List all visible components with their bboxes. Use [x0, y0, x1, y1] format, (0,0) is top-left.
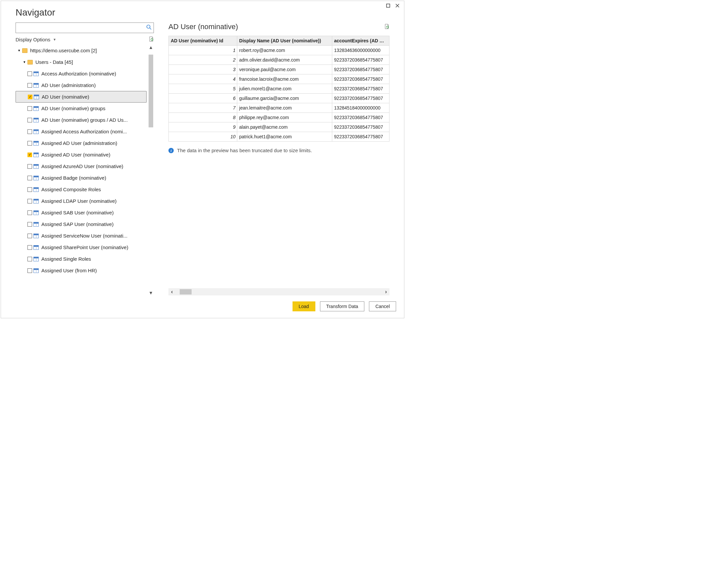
search-input[interactable] [18, 25, 146, 31]
scroll-thumb[interactable] [180, 289, 191, 294]
cell-id: 5 [169, 84, 237, 94]
tree-item[interactable]: ▾AD User (nominative) groups / AD Us... [16, 114, 147, 126]
tree-group[interactable]: ▾ Users - Data [45] [16, 56, 147, 68]
tree-item-label: Assigned SAP User (nominative) [41, 221, 113, 227]
table-row[interactable]: 8philippe.rey@acme.com922337203685477580… [169, 113, 389, 123]
table-row[interactable]: 7jean.lemaitre@acme.com13284518400000000… [169, 103, 389, 113]
table-icon [33, 187, 39, 192]
table-header-row: AD User (nominative) Id Display Name (AD… [169, 36, 389, 46]
table-row[interactable]: 10patrick.huet1@acme.com9223372036854775… [169, 132, 389, 141]
checkbox[interactable] [27, 176, 32, 180]
search-box[interactable] [16, 23, 154, 33]
checkbox[interactable] [27, 222, 32, 227]
checkbox[interactable] [27, 257, 32, 261]
checkbox[interactable] [27, 118, 32, 123]
tree-scrollbar[interactable]: ▲ ▼ [148, 45, 154, 295]
checkbox[interactable] [27, 268, 32, 273]
checkbox[interactable] [27, 210, 32, 215]
page-title: Navigator [1, 7, 404, 23]
table-icon [33, 106, 39, 111]
checkbox[interactable] [27, 83, 32, 88]
table-row[interactable]: 6guillaume.garcia@acme.com92233720368547… [169, 94, 389, 103]
tree-item[interactable]: ▾Assigned LDAP User (nominative) [16, 195, 147, 207]
checkbox[interactable] [27, 72, 32, 76]
cell-id: 3 [169, 65, 237, 74]
cancel-button[interactable]: Cancel [369, 301, 396, 311]
tree-item[interactable]: ▾Assigned ServiceNow User (nominati... [16, 230, 147, 241]
preview-table: AD User (nominative) Id Display Name (AD… [168, 36, 389, 141]
preview-h-scrollbar[interactable]: ‹ › [168, 288, 389, 295]
refresh-schema-icon[interactable] [149, 36, 154, 43]
tree-item[interactable]: ▾Assigned AzureAD User (nominative) [16, 160, 147, 172]
scroll-up-icon[interactable]: ▲ [148, 45, 154, 50]
table-row[interactable]: 4francoise.lacroix@acme.com9223372036854… [169, 74, 389, 84]
table-row[interactable]: 9alain.payet@acme.com9223372036854775807 [169, 123, 389, 132]
display-options-dropdown[interactable]: Display Options ▼ [16, 37, 56, 42]
checkbox[interactable]: ✓ [28, 95, 32, 99]
checkbox[interactable] [27, 187, 32, 192]
table-row[interactable]: 1robert.roy@acme.com132834636000000000 [169, 46, 389, 55]
tree-root[interactable]: ▾ https://demo.usercube.com [2] [16, 45, 147, 56]
checkbox[interactable] [27, 129, 32, 134]
tree[interactable]: ▾ https://demo.usercube.com [2] ▾ Users … [16, 45, 147, 295]
checkbox[interactable] [27, 245, 32, 250]
col-header-exp[interactable]: accountExpires (AD Use [332, 36, 389, 46]
scroll-left-icon[interactable]: ‹ [171, 289, 173, 295]
chevron-down-icon: ▼ [53, 38, 56, 41]
table-row[interactable]: 3veronique.paul@acme.com9223372036854775… [169, 65, 389, 74]
tree-item[interactable]: ▾✓AD User (nominative) [16, 91, 147, 103]
scroll-right-icon[interactable]: › [385, 289, 387, 295]
checkbox[interactable]: ✓ [27, 153, 32, 157]
tree-item-label: Assigned AzureAD User (nominative) [41, 163, 124, 169]
load-button[interactable]: Load [292, 301, 315, 311]
options-row: Display Options ▼ [16, 36, 154, 43]
tree-item[interactable]: ▾Assigned Badge (nominative) [16, 172, 147, 184]
tree-item[interactable]: ▾Assigned SharePoint User (nominative) [16, 241, 147, 253]
checkbox[interactable] [27, 106, 32, 111]
tree-item[interactable]: ▾Assigned User (from HR) [16, 265, 147, 276]
table-icon [33, 234, 39, 238]
scroll-thumb[interactable] [149, 55, 153, 127]
col-header-name[interactable]: Display Name (AD User (nominative)) [237, 36, 332, 46]
cell-expires: 9223372036854775807 [332, 123, 389, 132]
cell-id: 7 [169, 103, 237, 113]
transform-button[interactable]: Transform Data [320, 301, 365, 311]
cell-expires: 132834636000000000 [332, 46, 389, 55]
table-row[interactable]: 5julien.morel1@acme.com92233720368547758… [169, 84, 389, 94]
info-icon: i [168, 148, 174, 153]
tree-item[interactable]: ▾AD User (nominative) groups [16, 103, 147, 114]
tree-item[interactable]: ▾Access Authorization (nominative) [16, 68, 147, 79]
checkbox[interactable] [27, 141, 32, 146]
checkbox[interactable] [27, 199, 32, 204]
expand-icon[interactable]: ▾ [17, 48, 22, 53]
table-icon [33, 222, 39, 227]
checkbox[interactable] [27, 234, 32, 238]
checkbox[interactable] [27, 164, 32, 169]
col-header-id[interactable]: AD User (nominative) Id [169, 36, 237, 46]
refresh-preview-icon[interactable] [384, 24, 389, 30]
tree-item-label: Assigned AD User (administration) [41, 140, 117, 146]
table-icon [33, 199, 39, 204]
cell-expires: 9223372036854775807 [332, 94, 389, 103]
tree-item[interactable]: ▾Assigned Single Roles [16, 253, 147, 265]
expand-icon[interactable]: ▾ [22, 60, 27, 64]
scroll-down-icon[interactable]: ▼ [148, 290, 154, 295]
search-icon[interactable] [146, 25, 152, 31]
tree-item[interactable]: ▾✓Assigned AD User (nominative) [16, 149, 147, 160]
tree-item[interactable]: ▾Assigned Composite Roles [16, 184, 147, 195]
table-row[interactable]: 2adm.olivier.david@acme.com9223372036854… [169, 55, 389, 65]
tree-item-label: AD User (nominative) groups [41, 106, 105, 111]
tree-item[interactable]: ▾AD User (administration) [16, 79, 147, 91]
tree-item[interactable]: ▾Assigned Access Authorization (nomi... [16, 126, 147, 137]
cell-name: veronique.paul@acme.com [237, 65, 332, 74]
truncated-message: i The data in the preview has been trunc… [168, 148, 389, 153]
tree-item[interactable]: ▾Assigned SAP User (nominative) [16, 218, 147, 230]
tree-item[interactable]: ▾Assigned SAB User (nominative) [16, 207, 147, 218]
table-icon [33, 72, 39, 76]
body-split: Display Options ▼ ▾ https://demo.usercub… [1, 23, 404, 295]
table-icon [33, 118, 39, 123]
tree-item[interactable]: ▾Assigned AD User (administration) [16, 137, 147, 149]
cell-id: 8 [169, 113, 237, 123]
cell-id: 9 [169, 123, 237, 132]
tree-item-label: Assigned Single Roles [41, 256, 91, 262]
